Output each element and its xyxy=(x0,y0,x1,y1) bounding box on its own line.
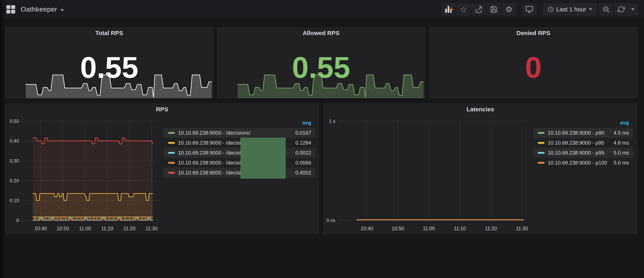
series-name: 10.10.69.238:9000 - p100 xyxy=(548,160,607,166)
dashboard-grid-icon[interactable] xyxy=(6,5,15,13)
panel-rps-graph: RPS 00.100.200.300.400.5010:4010:5011:00… xyxy=(5,103,319,234)
navbar: Oathkeeper + ☆ xyxy=(0,0,644,18)
panel-title[interactable]: Allowed RPS xyxy=(217,30,425,36)
y-tick-label: 0 ns xyxy=(326,218,335,223)
time-range-label: Last 1 hour xyxy=(556,6,586,13)
x-tick-label: 11:00 xyxy=(79,226,91,231)
series-name: 10.10.69.238:9000 - /decisions/ xyxy=(178,140,250,146)
navbar-actions: + ☆ ⚙ xyxy=(442,3,638,15)
panel-denied-rps: Denied RPS 0 xyxy=(429,27,638,98)
x-tick-label: 11:20 xyxy=(485,226,497,231)
grafana-dashboard: Oathkeeper + ☆ xyxy=(0,0,644,278)
y-tick-label: 0 xyxy=(16,218,19,223)
series-avg-value: 0.4002 xyxy=(295,170,311,176)
panel-allowed-rps: Allowed RPS 0.55 xyxy=(217,27,425,98)
series-avg-value: 4.8 ms xyxy=(614,140,629,146)
series-avg-value: 4.5 ms xyxy=(614,130,629,136)
series-name: 10.10.69.238:9000 - /decisions/ xyxy=(178,170,250,176)
rps-legend: avg 10.10.69.238:9000 - /decisions/0.016… xyxy=(164,117,315,178)
legend-avg-header[interactable]: avg xyxy=(533,117,633,128)
series-fill-1 xyxy=(33,194,153,221)
legend-row[interactable]: 10.10.69.238:9000 - p904.5 ms xyxy=(533,128,633,138)
y-tick-label: 0.30 xyxy=(10,158,19,164)
stat-value: 0 xyxy=(429,51,638,84)
x-tick-label: 10:40 xyxy=(34,226,47,231)
stat-value: 0.55 xyxy=(5,51,213,84)
add-panel-icon: + xyxy=(445,6,452,13)
share-icon xyxy=(475,5,482,13)
gear-icon: ⚙ xyxy=(506,5,512,13)
x-tick-label: 10:40 xyxy=(361,226,373,231)
refresh-button[interactable] xyxy=(614,3,628,15)
legend-rows: 10.10.69.238:9000 - /decisions/0.016710.… xyxy=(164,128,315,178)
series-name: 10.10.69.238:9000 - /decisions/ xyxy=(178,150,250,156)
y-tick-label: 1 s xyxy=(329,118,335,124)
legend-avg-header[interactable]: avg xyxy=(164,117,315,128)
series-avg-value: 0.1284 xyxy=(295,140,311,146)
time-range-picker[interactable]: Last 1 hour xyxy=(543,3,597,15)
legend-row[interactable]: 10.10.69.238:9000 - /decisions/0.4002 xyxy=(164,168,315,178)
x-tick-label: 11:30 xyxy=(146,226,158,231)
series-color-swatch-icon[interactable] xyxy=(168,132,175,134)
panel-title[interactable]: Latencies xyxy=(324,106,637,113)
series-avg-value: 0.0066 xyxy=(295,160,311,166)
series-color-swatch-icon[interactable] xyxy=(168,172,175,174)
monitor-icon xyxy=(525,5,533,13)
save-icon xyxy=(490,5,498,13)
panel-title[interactable]: Denied RPS xyxy=(429,30,638,36)
series-avg-value: 5.0 ms xyxy=(614,150,629,156)
series-avg-value: 0.0167 xyxy=(295,130,311,136)
series-color-swatch-icon[interactable] xyxy=(538,132,544,134)
series-color-swatch-icon[interactable] xyxy=(168,152,175,154)
share-dashboard-button[interactable] xyxy=(472,3,486,15)
y-tick-label: 0.20 xyxy=(10,178,19,183)
refresh-interval-button[interactable] xyxy=(628,3,638,15)
legend-row[interactable]: 10.10.69.238:9000 - p954.8 ms xyxy=(533,138,633,148)
refresh-icon xyxy=(618,6,625,13)
legend-row[interactable]: 10.10.69.238:9000 - /decisions/0.0066 xyxy=(164,158,315,168)
panel-title[interactable]: RPS xyxy=(5,106,319,113)
star-dashboard-button[interactable]: ☆ xyxy=(457,3,470,15)
legend-row[interactable]: 10.10.69.238:9000 - /decisions/0.0167 xyxy=(164,128,315,138)
y-tick-label: 0.50 xyxy=(10,118,19,124)
latencies-legend: avg 10.10.69.238:9000 - p904.5 ms10.10.6… xyxy=(533,117,633,168)
x-tick-label: 11:20 xyxy=(124,226,136,231)
y-tick-label: 0.10 xyxy=(10,198,19,203)
panel-latencies-graph: Latencies 0 ns1 s10:4010:5011:0011:1011:… xyxy=(323,103,638,234)
cycle-view-mode-button[interactable] xyxy=(522,3,536,15)
panel-title[interactable]: Total RPS xyxy=(5,30,213,36)
x-tick-label: 10:50 xyxy=(56,226,69,231)
zoom-out-button[interactable] xyxy=(599,3,613,15)
x-tick-label: 11:00 xyxy=(423,226,435,231)
dashboard-settings-button[interactable]: ⚙ xyxy=(502,3,516,15)
star-icon: ☆ xyxy=(460,5,467,13)
zoom-out-icon xyxy=(602,5,610,13)
legend-row[interactable]: 10.10.69.238:9000 - p1005.0 ms xyxy=(533,158,633,168)
series-name: 10.10.69.238:9000 - p95 xyxy=(548,140,604,146)
series-name: 10.10.69.238:9000 - /decisions/ xyxy=(178,130,250,136)
series-color-swatch-icon[interactable] xyxy=(538,152,544,154)
add-panel-button[interactable]: + xyxy=(442,3,455,15)
stat-value: 0.55 xyxy=(217,51,425,84)
series-name: 10.10.69.238:9000 - /decisions/ xyxy=(178,160,250,166)
series-color-swatch-icon[interactable] xyxy=(538,142,544,144)
dashboard-title-caret-icon[interactable] xyxy=(60,9,64,11)
series-color-swatch-icon[interactable] xyxy=(538,162,544,164)
x-tick-label: 11:10 xyxy=(454,226,466,231)
series-color-swatch-icon[interactable] xyxy=(168,162,175,164)
legend-rows: 10.10.69.238:9000 - p904.5 ms10.10.69.23… xyxy=(533,128,633,168)
time-range-caret-icon xyxy=(589,8,592,10)
legend-row[interactable]: 10.10.69.238:9000 - p995.0 ms xyxy=(533,148,633,158)
series-name: 10.10.69.238:9000 - p99 xyxy=(548,150,604,156)
dashboard-title[interactable]: Oathkeeper xyxy=(21,5,57,13)
series-avg-value: 0.0022 xyxy=(295,150,311,156)
save-dashboard-button[interactable] xyxy=(487,3,501,15)
x-tick-label: 11:10 xyxy=(101,226,113,231)
x-tick-label: 10:50 xyxy=(392,226,404,231)
legend-row[interactable]: 10.10.69.238:9000 - /decisions/0.1284 xyxy=(164,138,315,148)
legend-row[interactable]: 10.10.69.238:9000 - /decisions/0.0022 xyxy=(164,148,315,158)
series-color-swatch-icon[interactable] xyxy=(168,142,175,144)
refresh-interval-caret-icon xyxy=(631,8,634,10)
green-highlight-overlay xyxy=(240,138,286,179)
series-name: 10.10.69.238:9000 - p90 xyxy=(548,130,604,136)
